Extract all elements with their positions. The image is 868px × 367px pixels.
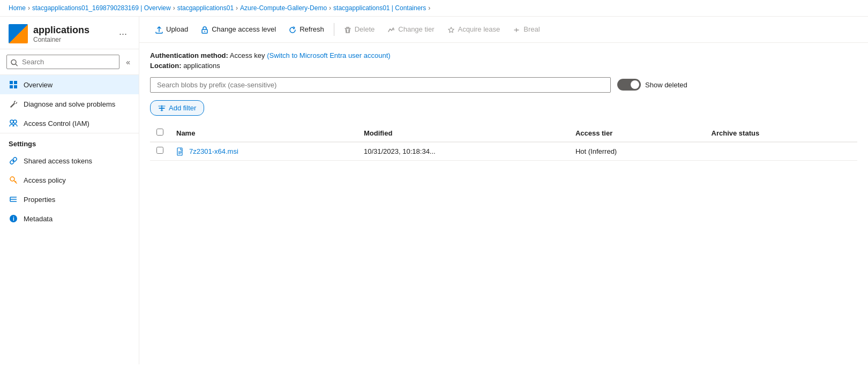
sidebar-search-input[interactable] xyxy=(6,55,119,69)
svg-point-11 xyxy=(10,120,13,123)
properties-icon xyxy=(9,194,18,204)
key-icon xyxy=(9,175,18,185)
svg-line-6 xyxy=(16,64,18,66)
sidebar-item-properties[interactable]: Properties xyxy=(0,190,139,209)
tier-icon xyxy=(387,25,395,34)
table-header-archive-status: Archive status xyxy=(705,124,857,142)
sidebar-item-overview[interactable]: Overview xyxy=(0,75,139,94)
breadcrumb: Home › stacgapplications01_1698790283169… xyxy=(0,0,868,17)
row-archive-status-cell xyxy=(705,142,857,160)
auth-method-row: Authentication method: Access key (Switc… xyxy=(150,51,857,59)
upload-button[interactable]: Upload xyxy=(150,22,193,37)
show-deleted-toggle[interactable] xyxy=(617,79,641,91)
breadcrumb-overview[interactable]: stacgapplications01_1698790283169 | Over… xyxy=(32,4,171,12)
collapse-sidebar-button[interactable]: « xyxy=(124,56,132,69)
sidebar-item-properties-label: Properties xyxy=(24,196,55,204)
location-row: Location: applications xyxy=(150,62,857,70)
break-icon xyxy=(513,25,520,34)
sidebar-item-overview-label: Overview xyxy=(24,81,53,89)
table-header-modified: Modified xyxy=(357,124,569,142)
svg-point-23 xyxy=(204,31,205,32)
blob-table: Name Modified Access tier Archive status xyxy=(150,124,857,161)
add-filter-button[interactable]: Add filter xyxy=(150,100,204,116)
svg-rect-9 xyxy=(10,85,13,88)
table-header-name: Name xyxy=(170,124,357,142)
table-header-access-tier: Access tier xyxy=(569,124,705,142)
svg-rect-3 xyxy=(18,25,26,33)
change-access-level-button[interactable]: Change access level xyxy=(196,22,281,37)
row-access-tier-cell: Hot (Inferred) xyxy=(569,142,705,160)
sidebar-item-metadata[interactable]: i Metadata xyxy=(0,209,139,228)
svg-rect-8 xyxy=(14,81,17,84)
delete-button[interactable]: Delete xyxy=(339,22,380,37)
table-row: 7z2301-x64.msi 10/31/2023, 10:18:34... H… xyxy=(150,142,857,160)
app-icon xyxy=(9,24,28,43)
auth-switch-link[interactable]: (Switch to Microsoft Entra user account) xyxy=(267,51,390,59)
sidebar-search-icon xyxy=(11,58,18,66)
breadcrumb-storage[interactable]: stacgapplications01 xyxy=(177,4,234,12)
sidebar-item-access-policy[interactable]: Access policy xyxy=(0,170,139,190)
app-header: applications Container ··· xyxy=(0,17,139,49)
svg-rect-7 xyxy=(10,81,13,84)
toolbar-divider xyxy=(334,23,334,36)
sidebar-search-wrapper xyxy=(6,55,119,69)
svg-rect-2 xyxy=(10,34,17,41)
svg-text:i: i xyxy=(13,216,14,222)
link-icon xyxy=(9,156,18,166)
auth-info: Authentication method: Access key (Switc… xyxy=(150,51,857,70)
blob-search-input[interactable] xyxy=(150,77,611,93)
sidebar-item-iam[interactable]: Access Control (IAM) xyxy=(0,114,139,133)
acquire-lease-button[interactable]: Acquire lease xyxy=(442,22,506,37)
svg-rect-4 xyxy=(18,34,26,41)
settings-section-label: Settings xyxy=(0,133,139,151)
wrench-icon xyxy=(9,99,18,109)
row-modified-cell: 10/31/2023, 10:18:34... xyxy=(357,142,569,160)
sidebar-item-diagnose[interactable]: Diagnose and solve problems xyxy=(0,94,139,114)
info-icon: i xyxy=(9,214,18,223)
sidebar-item-shared-access-tokens[interactable]: Shared access tokens xyxy=(0,151,139,170)
svg-point-12 xyxy=(13,120,17,123)
more-options-button[interactable]: ··· xyxy=(116,27,130,41)
refresh-icon xyxy=(289,25,296,34)
content-area: Upload Change access level xyxy=(139,17,868,364)
overview-icon xyxy=(9,80,18,89)
table-header-checkbox-cell xyxy=(150,124,170,142)
refresh-button[interactable]: Refresh xyxy=(283,22,330,37)
break-button[interactable]: Breal xyxy=(507,22,545,37)
svg-rect-0 xyxy=(9,24,28,43)
svg-point-13 xyxy=(13,160,14,162)
file-link[interactable]: 7z2301-x64.msi xyxy=(176,147,351,156)
lease-icon xyxy=(447,25,455,34)
svg-point-14 xyxy=(10,177,14,181)
iam-icon xyxy=(9,118,18,128)
row-checkbox-cell xyxy=(150,142,170,160)
svg-point-5 xyxy=(11,59,16,64)
sidebar-search-row: « xyxy=(0,49,139,75)
lock-icon xyxy=(201,25,208,34)
add-filter-icon xyxy=(158,104,166,113)
upload-icon xyxy=(155,25,163,34)
app-title: applications Container xyxy=(33,25,116,43)
app-subtitle: Container xyxy=(33,36,116,43)
select-all-checkbox[interactable] xyxy=(156,129,163,136)
breadcrumb-containers[interactable]: stacgapplications01 | Containers xyxy=(333,4,426,12)
breadcrumb-home[interactable]: Home xyxy=(9,4,26,12)
filter-row: Add filter xyxy=(150,100,857,116)
sidebar-item-diagnose-label: Diagnose and solve problems xyxy=(24,100,115,108)
svg-rect-10 xyxy=(14,85,17,88)
content-body: Authentication method: Access key (Switc… xyxy=(139,43,868,364)
show-deleted-label: Show deleted xyxy=(645,81,687,89)
sidebar: applications Container ··· « xyxy=(0,17,139,364)
table-header-row: Name Modified Access tier Archive status xyxy=(150,124,857,142)
sidebar-item-metadata-label: Metadata xyxy=(24,215,53,223)
row-checkbox[interactable] xyxy=(156,147,163,154)
show-deleted-toggle-container: Show deleted xyxy=(617,79,687,91)
app-name: applications xyxy=(33,25,116,36)
breadcrumb-gallery[interactable]: Azure-Compute-Gallery-Demo xyxy=(240,4,327,12)
svg-rect-1 xyxy=(10,25,17,33)
change-tier-button[interactable]: Change tier xyxy=(382,22,439,37)
sidebar-item-iam-label: Access Control (IAM) xyxy=(24,119,89,128)
blob-search-row: Show deleted xyxy=(150,77,857,93)
sidebar-item-access-policy-label: Access policy xyxy=(24,176,66,184)
row-name-cell: 7z2301-x64.msi xyxy=(170,142,357,160)
